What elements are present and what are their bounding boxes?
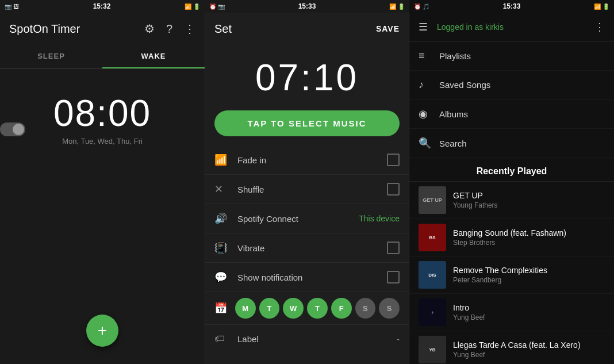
tab-sleep[interactable]: SLEEP xyxy=(0,45,102,68)
track-title-1: GET UP xyxy=(453,191,605,200)
toggle-switch[interactable] xyxy=(0,122,25,136)
shuffle-checkbox[interactable] xyxy=(387,183,400,196)
track-item[interactable]: BS Banging Sound (feat. Fashawn) Step Br… xyxy=(409,219,614,256)
right-status-icons: ⏰ 🎵 xyxy=(414,3,429,10)
nav-search[interactable]: 🔍 Search xyxy=(409,129,614,158)
track-title-5: Llegas Tarde A Casa (feat. La Xero) xyxy=(453,340,605,350)
playlists-label: Playlists xyxy=(439,51,471,61)
vibrate-row: 📳 Vibrate xyxy=(205,233,409,263)
vibrate-label: Vibrate xyxy=(237,243,387,253)
status-bars: 📷 🖼 15:32 📶 🔋 ⏰ 📷 15:33 📶 🔋 ⏰ 🎵 15:33 📶 … xyxy=(0,0,614,13)
label-row: 🏷 Label - xyxy=(205,325,409,353)
day-monday[interactable]: M xyxy=(235,298,256,319)
track-artist-5: Yung Beef xyxy=(453,351,605,359)
nav-playlists[interactable]: ≡ Playlists xyxy=(409,42,614,71)
playlists-icon: ≡ xyxy=(419,50,439,62)
status-bar-right: ⏰ 🎵 15:33 📶 🔋 xyxy=(409,0,614,13)
vibrate-checkbox[interactable] xyxy=(387,242,400,254)
alarm-time-display: 08:00 xyxy=(53,92,151,135)
spotify-more-icon[interactable]: ⋮ xyxy=(594,21,605,33)
mid-status-icons: ⏰ 📷 xyxy=(209,3,225,10)
saved-songs-label: Saved Songs xyxy=(439,80,490,90)
settings-icon[interactable]: ⚙ xyxy=(144,22,155,36)
nav-saved-songs[interactable]: ♪ Saved Songs xyxy=(409,71,614,99)
fade-in-row: 📶 Fade in xyxy=(205,145,409,175)
app-title: SpotOn Timer xyxy=(9,22,144,36)
spoton-app-bar: SpotOn Timer ⚙ ? ⋮ xyxy=(0,13,205,45)
alarm-days-display: Mon, Tue, Wed, Thu, Fri xyxy=(62,137,143,145)
toggle-knob xyxy=(13,124,24,135)
more-options-icon[interactable]: ⋮ xyxy=(184,22,195,36)
track-info-1: GET UP Young Fathers xyxy=(453,191,605,209)
day-friday[interactable]: F xyxy=(331,298,352,319)
fade-in-icon: 📶 xyxy=(214,154,232,166)
track-item[interactable]: DIS Remove The Complexities Peter Sandbe… xyxy=(409,256,614,294)
recently-played-header: Recently Played xyxy=(409,158,614,182)
albums-label: Albums xyxy=(439,109,468,119)
left-status-time: 15:32 xyxy=(93,2,111,10)
track-artist-1: Young Fathers xyxy=(453,201,605,209)
track-thumb-2: BS xyxy=(419,224,446,251)
spotify-row: 🔊 Spotify Connect This device xyxy=(205,204,409,233)
track-info-2: Banging Sound (feat. Fashawn) Step Broth… xyxy=(453,228,605,247)
panels: SpotOn Timer ⚙ ? ⋮ SLEEP WAKE 08:00 Mon,… xyxy=(0,13,614,364)
label-icon: 🏷 xyxy=(214,333,232,345)
mid-status-right: 📶 🔋 xyxy=(389,3,405,10)
panel-set-alarm: Set SAVE 07:10 TAP TO SELECT MUSIC 📶 Fad… xyxy=(205,13,409,364)
left-status-icons: 📷 🖼 xyxy=(5,3,19,10)
track-title-2: Banging Sound (feat. Fashawn) xyxy=(453,228,605,237)
left-status-right: 📶 🔋 xyxy=(185,3,200,10)
status-bar-mid: ⏰ 📷 15:33 📶 🔋 xyxy=(205,0,409,13)
notification-label: Show notification xyxy=(237,273,387,282)
tracks-list: GET UP GET UP Young Fathers BS Banging S… xyxy=(409,182,614,364)
track-thumb-4: ♪ xyxy=(419,298,446,326)
day-sunday[interactable]: S xyxy=(379,298,400,319)
app-bar-icons: ⚙ ? ⋮ xyxy=(144,22,195,36)
nav-albums[interactable]: ◉ Albums xyxy=(409,99,614,129)
search-label: Search xyxy=(439,139,467,148)
shuffle-row: ✕ Shuffle xyxy=(205,175,409,204)
music-select-button[interactable]: TAP TO SELECT MUSIC xyxy=(214,110,400,136)
track-artist-4: Yung Beef xyxy=(453,313,605,321)
day-thursday[interactable]: T xyxy=(307,298,328,319)
notification-checkbox[interactable] xyxy=(387,271,400,283)
track-item[interactable]: ♪ Intro Yung Beef xyxy=(409,294,614,331)
spotify-label: Spotify Connect xyxy=(237,214,359,224)
label-text: Label xyxy=(237,334,397,344)
shuffle-label: Shuffle xyxy=(237,185,387,194)
logged-in-text: Logged in as kirkis xyxy=(437,22,594,32)
set-title: Set xyxy=(214,22,376,36)
help-icon[interactable]: ? xyxy=(166,22,172,36)
day-tuesday[interactable]: T xyxy=(259,298,280,319)
search-icon: 🔍 xyxy=(419,137,439,150)
panel-spoton-timer: SpotOn Timer ⚙ ? ⋮ SLEEP WAKE 08:00 Mon,… xyxy=(0,13,205,364)
add-alarm-fab[interactable]: + xyxy=(86,315,118,347)
set-app-bar: Set SAVE xyxy=(205,13,409,45)
tab-wake[interactable]: WAKE xyxy=(102,45,205,68)
panel-spotify: ☰ Logged in as kirkis ⋮ ≡ Playlists ♪ Sa… xyxy=(409,13,614,364)
saved-songs-icon: ♪ xyxy=(419,79,439,91)
fade-in-label: Fade in xyxy=(237,155,387,165)
track-info-4: Intro Yung Beef xyxy=(453,303,605,321)
day-saturday[interactable]: S xyxy=(355,298,376,319)
time-picker[interactable]: 07:10 xyxy=(205,45,409,105)
track-info-5: Llegas Tarde A Casa (feat. La Xero) Yung… xyxy=(453,340,605,359)
track-title-3: Remove The Complexities xyxy=(453,266,605,275)
status-bar-left: 📷 🖼 15:32 📶 🔋 xyxy=(0,0,205,13)
track-item[interactable]: GET UP GET UP Young Fathers xyxy=(409,182,614,219)
track-artist-3: Peter Sandberg xyxy=(453,276,605,284)
track-thumb-3: DIS xyxy=(419,261,446,289)
spotify-icon: 🔊 xyxy=(214,212,232,225)
calendar-icon: 📅 xyxy=(214,302,232,315)
save-button[interactable]: SAVE xyxy=(376,24,400,33)
hamburger-icon[interactable]: ☰ xyxy=(419,21,428,33)
track-artist-2: Step Brothers xyxy=(453,239,605,247)
fade-in-checkbox[interactable] xyxy=(387,154,400,166)
days-row: 📅 M T W T F S S xyxy=(205,292,409,325)
right-status-right: 📶 🔋 xyxy=(594,3,609,10)
spotify-value[interactable]: This device xyxy=(359,214,400,223)
track-thumb-1: GET UP xyxy=(419,186,446,214)
track-item[interactable]: YB Llegas Tarde A Casa (feat. La Xero) Y… xyxy=(409,331,614,364)
track-thumb-5: YB xyxy=(419,336,446,363)
day-wednesday[interactable]: W xyxy=(283,298,304,319)
